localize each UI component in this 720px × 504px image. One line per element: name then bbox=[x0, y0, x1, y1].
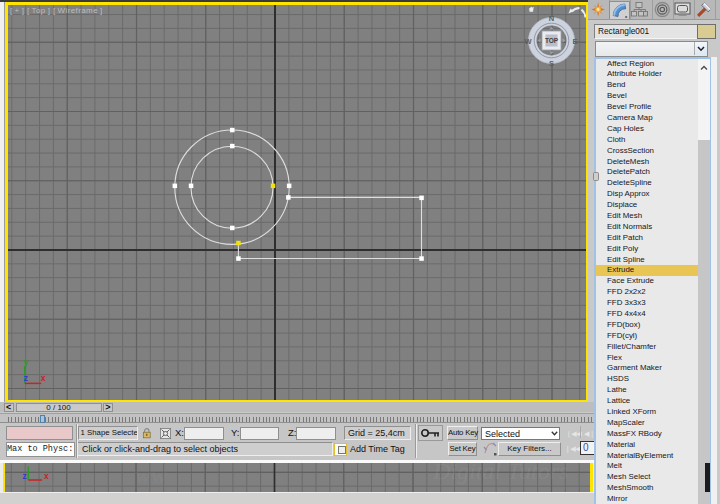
svg-text:x: x bbox=[44, 471, 49, 481]
svg-text:W: W bbox=[524, 37, 532, 46]
svg-text:TOP: TOP bbox=[544, 37, 558, 44]
svg-text:y: y bbox=[23, 357, 28, 367]
svg-text:E: E bbox=[572, 37, 577, 46]
svg-text:S: S bbox=[548, 59, 553, 68]
svg-text:z: z bbox=[23, 373, 27, 383]
svg-text:Digital Tutors: Digital Tutors bbox=[432, 463, 568, 484]
svg-text:z: z bbox=[23, 471, 27, 481]
svg-text:x: x bbox=[40, 373, 45, 383]
svg-text:N: N bbox=[548, 14, 553, 23]
svg-text:ww: ww bbox=[135, 463, 167, 488]
